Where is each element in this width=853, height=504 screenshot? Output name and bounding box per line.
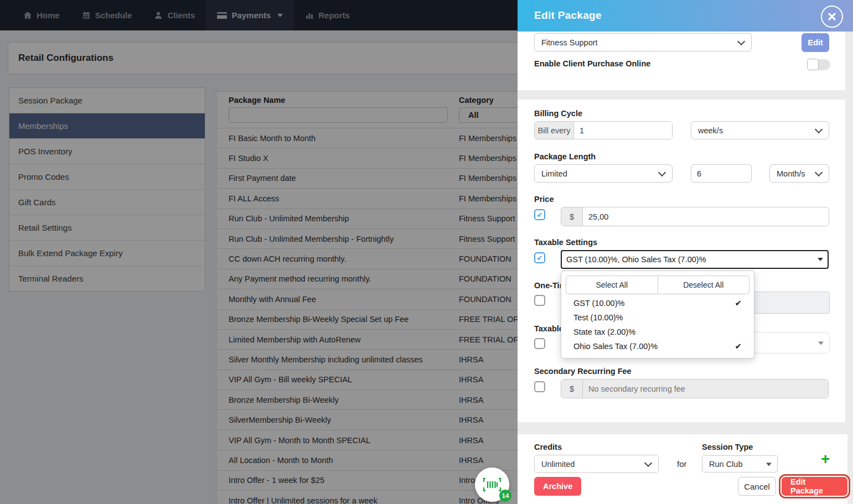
credits-select[interactable]: Unlimited — [534, 455, 659, 473]
tax-option-label: Test (10.00)% — [573, 313, 735, 322]
one-time-taxable-checkbox[interactable]: ✔ — [534, 338, 545, 349]
session-type-select[interactable]: Run Club — [702, 455, 778, 472]
package-category-value: Fitness Support — [541, 38, 598, 47]
package-length-type-select[interactable]: Limited — [534, 164, 673, 183]
bill-every-group: Bill every — [534, 121, 673, 139]
secondary-fee-group: $ — [561, 379, 829, 398]
scan-count-badge: 14 — [499, 490, 511, 502]
select-all-button[interactable]: Select All — [566, 276, 658, 294]
chevron-down-icon — [737, 37, 745, 45]
credits-value: Unlimited — [541, 460, 575, 469]
edit-category-label: Edit — [808, 38, 823, 47]
taxable-settings-label: Taxable Settings — [534, 238, 597, 247]
enable-online-toggle[interactable] — [807, 59, 830, 70]
close-icon — [828, 13, 836, 20]
check-icon: ✔ — [735, 341, 742, 351]
edit-category-button[interactable]: Edit — [802, 33, 829, 52]
billing-unit-value: week/s — [698, 126, 723, 135]
deselect-all-label: Deselect All — [683, 280, 723, 289]
cancel-label: Cancel — [744, 482, 770, 491]
check-icon: ✔ — [537, 211, 543, 219]
price-checkbox[interactable]: ✔ — [534, 209, 545, 220]
package-length-unit-value: Month/s — [777, 169, 805, 178]
package-length-input[interactable] — [691, 164, 752, 183]
tax-option[interactable]: GST (10.00)% ✔ — [561, 296, 754, 310]
taxable-settings-multiselect[interactable]: GST (10.00)%, Ohio Sales Tax (7.00)% — [561, 250, 829, 269]
price-label: Price — [534, 195, 554, 204]
caret-down-icon — [766, 463, 772, 466]
app-screen: Home Schedule Clients Payments Reports R… — [0, 0, 853, 504]
modal-section-footer: Credits Unlimited for Session Type Run C… — [518, 434, 847, 504]
chevron-down-icon — [644, 459, 652, 466]
barcode-icon — [483, 477, 502, 492]
tax-option[interactable]: Ohio Sales Tax (7.00)% ✔ — [561, 339, 754, 354]
select-all-label: Select All — [596, 280, 628, 289]
tax-option-label: State tax (2.00)% — [573, 328, 735, 336]
bill-every-input[interactable] — [574, 122, 672, 139]
check-icon: ✔ — [735, 298, 742, 308]
enable-online-label: Enable Client Purchase Online — [534, 59, 650, 68]
cancel-button[interactable]: Cancel — [738, 477, 776, 496]
billing-unit-select[interactable]: week/s — [691, 121, 829, 139]
taxable-settings-summary: GST (10.00)%, Ohio Sales Tax (7.00)% — [566, 255, 814, 264]
secondary-fee-label: Secondary Recurring Fee — [534, 367, 632, 376]
edit-package-submit-button[interactable]: Edit Package — [782, 477, 847, 496]
modal-header: Edit Package — [518, 0, 853, 32]
tax-option-label: Ohio Sales Tax (7.00)% — [573, 342, 735, 351]
edit-package-modal: Edit Package Fitness Support Edit Enable… — [518, 0, 853, 504]
session-type-label: Session Type — [702, 443, 753, 451]
one-time-taxable-label: Taxable — [534, 324, 564, 333]
add-credit-button[interactable]: + — [821, 451, 830, 467]
price-input[interactable] — [583, 207, 829, 226]
bill-every-prefix: Bill every — [535, 122, 574, 139]
credits-label: Credits — [534, 443, 562, 451]
tax-option[interactable]: Test (10.00)% ✔ — [561, 310, 754, 325]
caret-down-icon — [818, 258, 823, 261]
archive-label: Archive — [543, 482, 572, 491]
package-length-unit-select[interactable]: Month/s — [769, 164, 829, 183]
tax-options-list: GST (10.00)% ✔ Test (10.00)% ✔ State tax… — [561, 296, 754, 354]
caret-down-icon — [818, 341, 824, 345]
modal-title: Edit Package — [534, 9, 602, 22]
package-length-label: Package Length — [534, 152, 596, 161]
chevron-down-icon — [815, 125, 823, 133]
toggle-knob — [807, 59, 819, 70]
one-time-fee-checkbox[interactable]: ✔ — [534, 295, 545, 306]
for-text: for — [677, 459, 687, 469]
check-icon: ✔ — [537, 254, 543, 262]
session-type-value: Run Club — [709, 460, 742, 469]
package-length-type-value: Limited — [541, 169, 567, 178]
package-category-select[interactable]: Fitness Support — [534, 33, 752, 51]
modal-section-form: Billing Cycle Bill every week/s Package … — [518, 100, 845, 422]
edit-package-submit-label: Edit Package — [790, 477, 839, 495]
taxable-settings-checkbox[interactable]: ✔ — [534, 252, 545, 263]
tax-option[interactable]: State tax (2.00)% ✔ — [561, 325, 754, 339]
scan-barcode-button[interactable]: 14 — [475, 467, 509, 502]
secondary-fee-input[interactable] — [583, 380, 828, 398]
chevron-down-icon — [658, 168, 666, 176]
chevron-down-icon — [815, 168, 823, 176]
deselect-all-button[interactable]: Deselect All — [658, 276, 750, 294]
secondary-fee-checkbox[interactable]: ✔ — [534, 381, 545, 392]
price-group: $ — [561, 207, 829, 226]
tax-dropdown-panel: Select All Deselect All GST (10.00)% ✔ — [561, 271, 754, 358]
archive-button[interactable]: Archive — [534, 477, 581, 496]
modal-close-button[interactable] — [821, 6, 843, 28]
modal-section-top: Fitness Support Edit Enable Client Purch… — [518, 32, 845, 90]
currency-prefix: $ — [561, 207, 583, 226]
currency-prefix: $ — [561, 380, 583, 398]
billing-cycle-label: Billing Cycle — [534, 109, 582, 118]
tax-option-label: GST (10.00)% — [573, 299, 735, 308]
